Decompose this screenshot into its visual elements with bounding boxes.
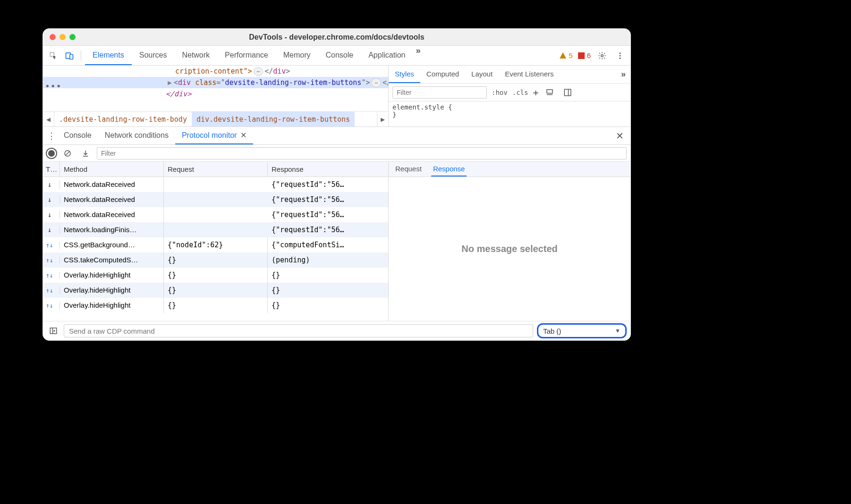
close-drawer-icon[interactable]: ✕ bbox=[612, 130, 628, 142]
side-tab-response[interactable]: Response bbox=[431, 162, 467, 176]
breadcrumb-item[interactable]: .devsite-landing-row-item-body bbox=[54, 112, 192, 126]
svg-rect-14 bbox=[50, 328, 57, 334]
new-style-rule-icon[interactable]: + bbox=[533, 87, 538, 98]
tab-layout[interactable]: Layout bbox=[465, 66, 499, 83]
errors-badge[interactable]: 6 bbox=[578, 51, 591, 59]
incoming-arrow-icon: ↓ bbox=[46, 180, 53, 189]
dom-node[interactable]: cription-content">⋯</div> bbox=[43, 66, 388, 77]
record-button[interactable] bbox=[47, 149, 56, 158]
cell-method: CSS.takeComputedS… bbox=[60, 252, 164, 268]
tab-event-listeners[interactable]: Event Listeners bbox=[499, 66, 560, 83]
more-tabs-icon[interactable]: » bbox=[618, 69, 629, 79]
table-row[interactable]: ↓Network.loadingFinis…{"requestId":"56… bbox=[43, 222, 388, 237]
close-tab-icon[interactable]: ✕ bbox=[240, 131, 247, 140]
tab-sources[interactable]: Sources bbox=[132, 46, 175, 65]
breadcrumb-scroll-right-icon[interactable]: ▶ bbox=[377, 112, 388, 126]
cell-request: {"nodeId":62} bbox=[164, 237, 268, 252]
drawer-more-icon[interactable]: ⋮ bbox=[46, 131, 57, 141]
tab-computed[interactable]: Computed bbox=[420, 66, 465, 83]
cell-method: CSS.getBackground… bbox=[60, 237, 164, 252]
device-toolbar-icon[interactable] bbox=[63, 49, 76, 62]
cell-response: {"requestId":"56… bbox=[268, 177, 388, 192]
svg-point-7 bbox=[620, 57, 621, 59]
drawer-tabs: ⋮ Console Network conditions Protocol mo… bbox=[43, 127, 630, 145]
svg-rect-2 bbox=[70, 54, 73, 59]
drawer-tab-network-conditions[interactable]: Network conditions bbox=[98, 127, 175, 144]
table-row[interactable]: ↓Network.dataReceived{"requestId":"56… bbox=[43, 207, 388, 222]
styles-filter-input[interactable] bbox=[392, 86, 487, 99]
side-tab-request[interactable]: Request bbox=[393, 162, 424, 176]
protocol-side-panel: Request Response No message selected bbox=[389, 162, 630, 321]
cell-method: Overlay.hideHighlight bbox=[60, 298, 164, 313]
more-options-icon[interactable] bbox=[613, 49, 627, 62]
style-rule: element.style { bbox=[392, 103, 627, 111]
settings-icon[interactable] bbox=[596, 49, 609, 62]
bidirectional-arrow-icon: ↑↓ bbox=[46, 242, 53, 249]
table-row[interactable]: ↑↓Overlay.hideHighlight{}{} bbox=[43, 298, 388, 313]
expand-ellipsis-icon[interactable]: ⋯ bbox=[254, 67, 264, 76]
cell-response: {"requestId":"56… bbox=[268, 207, 388, 222]
minimize-window-button[interactable] bbox=[60, 34, 66, 40]
cell-request: {} bbox=[164, 283, 268, 298]
panel-toggle-icon[interactable] bbox=[47, 324, 60, 337]
flexbox-editor-icon[interactable] bbox=[543, 86, 556, 99]
table-row[interactable]: ↑↓Overlay.hideHighlight{}{} bbox=[43, 268, 388, 283]
svg-rect-8 bbox=[547, 90, 553, 93]
more-tabs-icon[interactable]: » bbox=[413, 46, 423, 65]
table-row[interactable]: ↓Network.dataReceived{"requestId":"56… bbox=[43, 177, 388, 192]
hov-toggle[interactable]: :hov bbox=[492, 89, 508, 96]
clear-icon[interactable] bbox=[61, 147, 74, 160]
incoming-arrow-icon: ↓ bbox=[46, 210, 53, 219]
warnings-badge[interactable]: 5 bbox=[559, 51, 572, 59]
table-row[interactable]: ↑↓CSS.takeComputedS…{}(pending) bbox=[43, 252, 388, 268]
drawer-tab-protocol-monitor[interactable]: Protocol monitor ✕ bbox=[175, 127, 254, 144]
computed-sidebar-icon[interactable] bbox=[561, 86, 574, 99]
table-header: T… Method Request Response bbox=[43, 162, 388, 177]
overflow-indicator-icon: ••• bbox=[45, 80, 62, 93]
table-row[interactable]: ↑↓Overlay.hideHighlight{}{} bbox=[43, 283, 388, 298]
save-icon[interactable] bbox=[79, 147, 92, 160]
close-window-button[interactable] bbox=[50, 34, 56, 40]
dom-tree[interactable]: ••• cription-content">⋯</div> ▶<div clas… bbox=[43, 66, 388, 111]
maximize-window-button[interactable] bbox=[69, 34, 76, 40]
drawer-tab-console[interactable]: Console bbox=[57, 127, 98, 144]
col-header-method[interactable]: Method bbox=[60, 162, 164, 176]
expand-ellipsis-icon[interactable]: ⋯ bbox=[371, 78, 381, 88]
dom-node[interactable]: </div> bbox=[43, 88, 388, 100]
expand-triangle-icon[interactable]: ▶ bbox=[168, 78, 172, 87]
cell-response: {} bbox=[268, 283, 388, 298]
dom-node-selected[interactable]: ▶<div class="devsite-landing-row-item-bu… bbox=[43, 77, 388, 88]
target-select[interactable]: Tab () ▼ bbox=[537, 323, 627, 338]
bidirectional-arrow-icon: ↑↓ bbox=[46, 302, 53, 309]
table-row[interactable]: ↑↓CSS.getBackground…{"nodeId":62}{"compu… bbox=[43, 237, 388, 252]
styles-tabs: Styles Computed Layout Event Listeners » bbox=[389, 66, 630, 84]
svg-point-5 bbox=[620, 52, 621, 54]
tab-console[interactable]: Console bbox=[318, 46, 361, 65]
cdp-command-input[interactable] bbox=[64, 324, 533, 337]
tab-styles[interactable]: Styles bbox=[389, 66, 420, 83]
tab-memory[interactable]: Memory bbox=[276, 46, 318, 65]
tab-application[interactable]: Application bbox=[361, 46, 413, 65]
side-placeholder: No message selected bbox=[389, 177, 630, 321]
tab-elements[interactable]: Elements bbox=[85, 46, 132, 65]
table-row[interactable]: ↓Network.dataReceived{"requestId":"56… bbox=[43, 192, 388, 207]
inspect-element-icon[interactable] bbox=[47, 49, 60, 62]
col-header-type[interactable]: T… bbox=[43, 162, 60, 176]
col-header-response[interactable]: Response bbox=[268, 162, 388, 176]
tab-network[interactable]: Network bbox=[174, 46, 217, 65]
protocol-filter-input[interactable] bbox=[97, 147, 627, 160]
cell-request: {} bbox=[164, 268, 268, 283]
target-select-value: Tab () bbox=[543, 327, 561, 335]
bidirectional-arrow-icon: ↑↓ bbox=[46, 287, 53, 294]
col-header-request[interactable]: Request bbox=[164, 162, 268, 176]
traffic-lights bbox=[50, 34, 76, 40]
incoming-arrow-icon: ↓ bbox=[46, 195, 53, 204]
styles-body[interactable]: element.style { } bbox=[389, 101, 630, 126]
breadcrumb-scroll-left-icon[interactable]: ◀ bbox=[43, 112, 54, 126]
window-title: DevTools - developer.chrome.com/docs/dev… bbox=[43, 33, 630, 42]
breadcrumb-item-selected[interactable]: div.devsite-landing-row-item-buttons bbox=[192, 112, 355, 126]
warning-icon bbox=[559, 52, 567, 59]
tab-performance[interactable]: Performance bbox=[217, 46, 276, 65]
cell-response: {"computedFontSi… bbox=[268, 237, 388, 252]
cls-toggle[interactable]: .cls bbox=[512, 89, 528, 96]
